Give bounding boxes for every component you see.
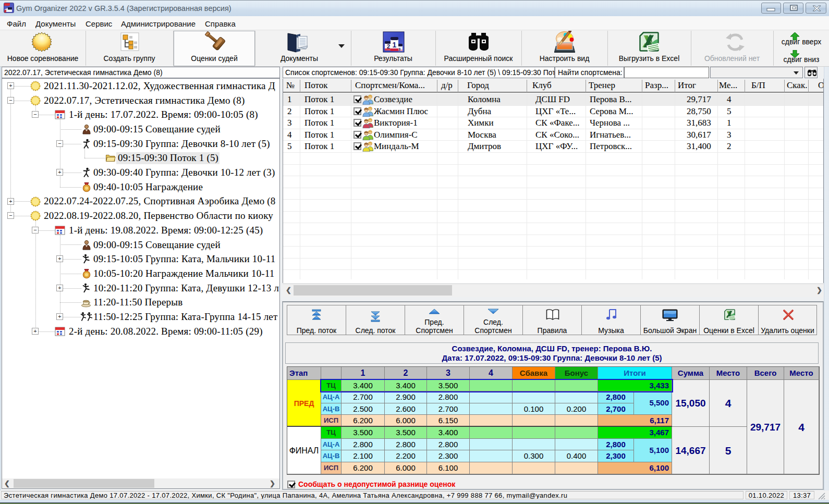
svg-text:2: 2 [387,43,390,50]
svg-text:3: 3 [398,47,401,52]
svg-text:1: 1 [393,41,397,49]
